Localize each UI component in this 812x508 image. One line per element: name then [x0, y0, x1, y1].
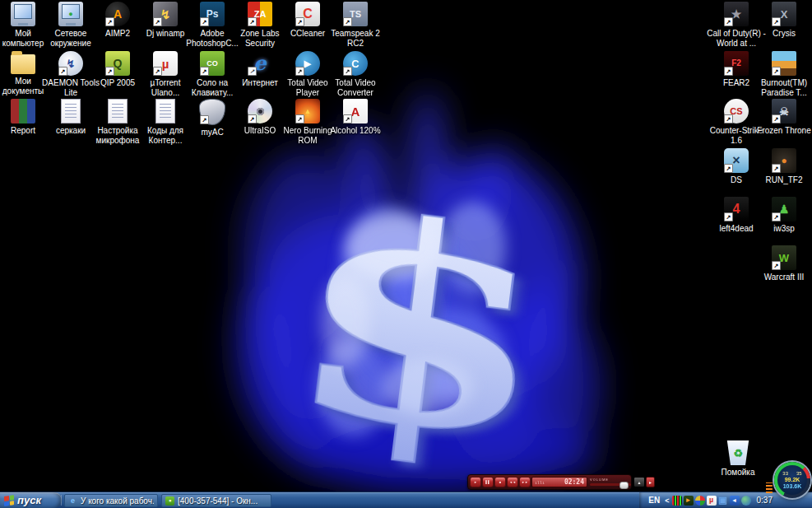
task-browser-question[interactable]: eУ кого какой рабоч...: [64, 494, 158, 507]
shortcut-arrow-icon: ↗: [772, 17, 781, 26]
desktop-icon-label: Report: [11, 126, 35, 136]
icon-glyph: ♻: [733, 448, 743, 459]
desktop-icon-label: UltraISO: [244, 126, 276, 136]
ds-icon: ×↗: [724, 148, 749, 173]
desktop-icon-frozen-throne[interactable]: ☠↗Frozen Throne: [754, 99, 812, 136]
dj-winamp-icon: ↯↗: [153, 2, 178, 26]
gauge-tick-right: 35: [796, 471, 802, 477]
shortcut-arrow-icon: ↗: [105, 67, 114, 76]
forward-button[interactable]: ►►: [519, 477, 531, 487]
logo-quadrant: [4, 501, 9, 506]
desktop-icon-run-tf2[interactable]: ●↗RUN_TF2: [754, 148, 812, 185]
shortcut-arrow-icon: ↗: [343, 67, 352, 76]
desktop-icon-label: RUN_TF2: [765, 175, 802, 185]
desktop-icon-label: Total Video Converter: [326, 78, 385, 98]
shortcut-arrow-icon: ↗: [200, 67, 209, 76]
player-restore-button[interactable]: ►: [646, 477, 655, 487]
desktop-icon-alcohol-120[interactable]: A↗Alcohol 120%: [326, 99, 385, 136]
shortcut-arrow-icon: ↗: [153, 17, 162, 26]
desktop-icon-label: Frozen Throne: [757, 126, 810, 136]
upload-value: 99.2K: [785, 477, 800, 483]
volume-knob[interactable]: [619, 482, 629, 489]
eject-button[interactable]: ▲: [633, 477, 645, 487]
ultraiso-icon: ↗: [248, 99, 272, 124]
adobe-photoshop-icon: Ps↗: [200, 2, 225, 26]
play-button[interactable]: ►: [470, 477, 481, 487]
meter-bars-icon: [766, 482, 773, 493]
gauge-values: 33 35 99.2K 103.6K: [774, 462, 810, 498]
icon-glyph: µ: [162, 58, 169, 70]
media-play-tray-icon[interactable]: ►: [684, 496, 694, 506]
volume-slider[interactable]: [590, 483, 631, 486]
cod-world-at-war-icon: ★↗: [724, 2, 749, 26]
network-places-icon: ●: [58, 2, 83, 26]
qip-chat-icon: ▪: [165, 496, 174, 506]
player-ticker: ıllı: [535, 480, 545, 485]
logo-quadrant: [4, 496, 9, 501]
desktop-icon-burnout-paradise[interactable]: ↗Burnout(TM) Paradise T...: [754, 51, 812, 98]
shortcut-arrow-icon: ↗: [200, 115, 209, 124]
desktop-icon-label: left4dead: [719, 224, 753, 234]
aimp2-icon: A↗: [105, 2, 130, 26]
pause-button[interactable]: ▌▌: [482, 477, 494, 487]
rewind-button[interactable]: ◄◄: [507, 477, 518, 487]
myac-icon: ↗: [199, 99, 225, 125]
shortcut-arrow-icon: ↗: [724, 212, 733, 221]
download-value: 103.6K: [783, 483, 802, 490]
desktop-icon-label: Burnout(TM) Paradise T...: [754, 78, 812, 98]
shortcut-arrow-icon: ↗: [295, 67, 304, 76]
start-button[interactable]: пуск: [0, 492, 62, 508]
stop-button[interactable]: ■: [494, 477, 506, 487]
utorrent-tray-icon[interactable]: µ: [707, 496, 717, 506]
net-meter-gauge[interactable]: 33 35 99.2K 103.6K: [774, 462, 810, 498]
burnout-paradise-icon: ↗: [772, 51, 796, 76]
pinwheel-tray-icon[interactable]: [695, 496, 705, 506]
shortcut-arrow-icon: ↗: [724, 164, 733, 173]
shortcut-arrow-icon: ↗: [343, 114, 352, 124]
report-archive-icon: [11, 99, 35, 124]
connection-tray-icon[interactable]: [741, 496, 751, 506]
desktop-icon-recycle-bin[interactable]: ♻Помойка: [708, 440, 768, 478]
shortcut-arrow-icon: ↗: [295, 17, 304, 26]
icon-glyph: ↯: [67, 58, 76, 69]
internet-explorer-icon: e↗: [248, 51, 272, 76]
player-lcd: ıllı 02:24: [531, 477, 587, 487]
counter-strike-16-icon: CS↗: [724, 99, 749, 124]
volume-tray-icon[interactable]: ◄: [730, 496, 740, 506]
svg-text:$: $: [271, 152, 569, 501]
icon-glyph: A: [351, 105, 360, 118]
shortcut-arrow-icon: ↗: [772, 114, 781, 124]
desktop-icon-label: QIP 2005: [100, 78, 135, 88]
nero-burning-rom-icon: ▲↗: [295, 99, 320, 124]
task-label: У кого какой рабоч...: [81, 496, 154, 506]
language-indicator[interactable]: EN: [646, 496, 662, 505]
network-tray-icon[interactable]: ▣: [718, 496, 728, 506]
ccleaner-icon: C↗: [295, 2, 320, 26]
teamspeak2-icon: TS↗: [343, 2, 368, 26]
tray-collapse-chevron-icon[interactable]: <: [665, 496, 669, 505]
warcraft3-icon: W↗: [772, 245, 796, 270]
desktop-icon-label: DS: [731, 175, 742, 185]
desktop-icon-warcraft3[interactable]: W↗Warcraft III: [754, 245, 812, 282]
solo-na-klaviature-icon: СО↗: [200, 51, 225, 76]
left4dead-icon: 4↗: [724, 197, 749, 221]
shortcut-arrow-icon: ↗: [248, 114, 257, 124]
desktop-icon-iw3sp[interactable]: ♟↗iw3sp: [754, 197, 812, 234]
icon-glyph: 4: [733, 203, 740, 216]
taskbar: пуск eУ кого какой рабоч...▪[400-357-544…: [0, 492, 812, 508]
start-label: пуск: [17, 494, 41, 506]
player-time: 02:24: [564, 478, 584, 486]
alcohol-120-icon: A↗: [343, 99, 368, 124]
desktop-icon-total-video-converter[interactable]: C↗Total Video Converter: [326, 51, 385, 98]
desktop-icon-label: Dj winamp: [146, 29, 185, 39]
desktop-icon-label: серкаки: [56, 126, 86, 136]
shortcut-arrow-icon: ↗: [772, 164, 781, 173]
shortcut-arrow-icon: ↗: [295, 114, 304, 124]
desktop-icon-teamspeak2[interactable]: TS↗Teamspeak 2 RC2: [326, 2, 385, 49]
desktop-icon-label: AIMP2: [105, 29, 130, 39]
desktop-icon-crysis[interactable]: X↗Crysis: [754, 2, 812, 39]
equalizer-tray-icon[interactable]: [672, 496, 682, 506]
task-qip-chat[interactable]: ▪[400-357-544] - Окн...: [161, 494, 271, 507]
desktop-icon-label: Crysis: [773, 29, 796, 39]
desktop: $ $ Мой компьютер●Сетевое окружениеA↗AIM…: [0, 0, 812, 508]
